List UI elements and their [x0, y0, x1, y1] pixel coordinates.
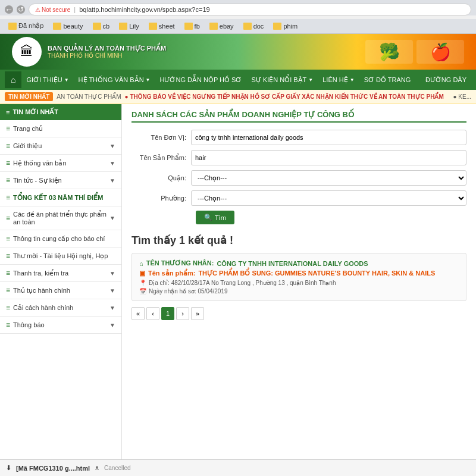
chevron-down-icon: ▼ [109, 287, 115, 294]
ticker-marquee: ● THÔNG BÁO VỀ VIỆC NGƯNG TIẾP NHẬN HỒ S… [125, 93, 444, 100]
nav-lien-he[interactable]: LIÊN HỆ ▼ [318, 73, 359, 87]
folder-icon [184, 23, 193, 30]
home-icon: ⌂ [11, 75, 15, 84]
calendar-icon: 📅 [139, 288, 146, 295]
folder-icon [149, 23, 157, 30]
chevron-down-icon: ▼ [308, 77, 313, 83]
don-vi-input[interactable] [191, 130, 466, 145]
bookmark-fb[interactable]: fb [181, 21, 203, 31]
sidebar-item-trang-chu[interactable]: ≡ Trang chủ [0, 120, 121, 137]
bookmark-lily[interactable]: Lily [115, 21, 143, 31]
main-content: DANH SÁCH CÁC SẢN PHẨM DOANH NGHIỆP TỰ C… [122, 104, 476, 476]
list-icon: ≡ [6, 252, 10, 260]
list-icon: ≡ [6, 159, 10, 167]
url-text: bqlattp.hochiminhcity.gov.vn/spcb.aspx?c… [79, 6, 209, 13]
nav-he-thong-van-ban[interactable]: HỆ THỐNG VĂN BẢN ▼ [74, 73, 155, 87]
chevron-down-icon: ▼ [109, 322, 115, 328]
pagination-prev[interactable]: ‹ [146, 307, 159, 320]
bookmark-da-nhap[interactable]: Đã nhập [5, 21, 47, 31]
banner-right: 🥦 🍎 [365, 40, 464, 64]
back-button[interactable]: ← [5, 5, 13, 14]
folder-icon [209, 23, 218, 30]
don-vi-row: Tên Đơn Vị: [131, 130, 466, 145]
nav-su-kien[interactable]: SỰ KIỆN NỔI BẬT ▼ [246, 73, 318, 87]
list-icon: ≡ [6, 214, 10, 223]
list-icon: ≡ [6, 269, 10, 277]
ticker-more: ● KE... [453, 93, 472, 100]
address-bar[interactable]: ⚠ Not secure | bqlattp.hochiminhcity.gov… [29, 4, 471, 15]
list-icon: ≡ [6, 176, 10, 184]
results-count: Tìm thấy 1 kết quả ! [131, 234, 466, 247]
site-title: BAN QUẢN LÝ AN TOÀN THỰC PHẨM THÀNH PHỐ … [48, 45, 166, 59]
nav-gioi-thieu[interactable]: GIỚI THIỆU ▼ [21, 73, 73, 87]
sidebar-item-cai-cach[interactable]: ≡ Cải cách hành chính ▼ [0, 299, 121, 317]
expand-icon: ∧ [95, 464, 99, 472]
nav-so-do-trang[interactable]: SƠ ĐỒ TRANG [359, 73, 416, 87]
main-navigation: ⌂ GIỚI THIỆU ▼ HỆ THỐNG VĂN BẢN ▼ HƯỚNG … [0, 70, 476, 90]
pagination-current[interactable]: 1 [161, 307, 174, 320]
sidebar-item-tin-tuc[interactable]: ≡ Tin tức - Sự kiện ▼ [0, 172, 121, 189]
bookmark-cb[interactable]: cb [89, 21, 114, 31]
result-item: ⌂ TÊN THƯƠNG NHÂN: CÔNG TY TNHH INTERNAT… [131, 253, 466, 301]
sidebar-item-he-thong-van-ban[interactable]: ≡ Hệ thống văn bản ▼ [0, 155, 121, 172]
download-filename: [Mã FMCG1310 g....html [16, 465, 90, 472]
separator: | [74, 6, 76, 13]
sidebar-item-gioi-thieu[interactable]: ≡ Giới thiệu ▼ [0, 137, 121, 155]
ticker-label: TIN MỚI NHẤT [5, 92, 53, 101]
list-icon: ≡ [6, 124, 10, 133]
quan-row: Quận: ---Chọn--- [131, 170, 466, 186]
san-pham-row: Tên Sản Phẩm: [131, 150, 466, 165]
sidebar-tin-moi-header: ≡ TIN MỚI NHẤT [0, 104, 121, 120]
bookmark-doc[interactable]: doc [240, 21, 268, 31]
chevron-down-icon: ▼ [109, 143, 115, 149]
sidebar-item-thong-bao[interactable]: ≡ Thông báo ▼ [0, 317, 121, 334]
ticker-section: AN TOÀN THỰC PHẨM [57, 93, 121, 100]
san-pham-label: Tên Sản Phẩm: [131, 154, 191, 162]
list-icon: ≡ [6, 321, 10, 329]
chevron-down-icon: ▼ [109, 177, 115, 184]
folder-icon [119, 23, 127, 30]
pagination: « ‹ 1 › » [131, 307, 466, 320]
bookmarks-bar: Đã nhập beauty cb Lily sheet fb ebay do [0, 19, 476, 34]
pagination-last[interactable]: » [191, 307, 204, 320]
list-icon: ≡ [6, 303, 10, 312]
folder-icon [243, 23, 252, 30]
bookmark-beauty[interactable]: beauty [49, 21, 86, 31]
download-bar: ⬇ [Mã FMCG1310 g....html ∧ Cancelled [0, 459, 476, 476]
chevron-down-icon: ▼ [146, 77, 151, 83]
chevron-down-icon: ▼ [109, 305, 115, 311]
quan-select[interactable]: ---Chọn--- [191, 170, 466, 186]
chevron-down-icon: ▼ [109, 215, 115, 221]
nav-home-button[interactable]: ⌂ [5, 71, 21, 88]
sidebar-item-thu-moi[interactable]: ≡ Thư mời - Tài liệu Hội nghị, Họp [0, 248, 121, 265]
bookmark-phim[interactable]: phim [270, 21, 301, 31]
chevron-down-icon: ▼ [350, 77, 355, 83]
pagination-next[interactable]: › [176, 307, 189, 320]
sidebar-item-thu-tuc[interactable]: ≡ Thủ tục hành chính ▼ [0, 282, 121, 299]
warning-icon: ⚠ [35, 7, 40, 13]
bookmark-ebay[interactable]: ebay [206, 21, 237, 31]
sidebar-item-thong-tin-bao-chi[interactable]: ≡ Thông tin cung cấp cho báo chí [0, 230, 121, 248]
nav-huong-dan[interactable]: HƯỚNG DẪN NỘP HỒ SƠ [155, 73, 247, 87]
san-pham-input[interactable] [191, 150, 466, 165]
pagination-first[interactable]: « [131, 307, 145, 320]
sidebar: ≡ TIN MỚI NHẤT ≡ Trang chủ ≡ Giới thiệu … [0, 104, 122, 476]
download-status: Cancelled [104, 465, 130, 471]
list-icon: ≡ [6, 286, 10, 295]
search-button[interactable]: 🔍 Tìm [196, 211, 234, 224]
nav-duong-day: ĐƯỜNG DÂY [421, 73, 471, 87]
result-company: ⌂ TÊN THƯƠNG NHÂN: CÔNG TY TNHH INTERNAT… [139, 259, 459, 267]
sidebar-item-thanh-tra[interactable]: ≡ Thanh tra, kiểm tra ▼ [0, 265, 121, 282]
product-icon: ▣ [139, 270, 145, 277]
chevron-down-icon: ▼ [109, 160, 115, 167]
list-icon: ≡ [6, 234, 10, 243]
sidebar-item-tong-ket[interactable]: ≡ TỔNG KẾT 03 NĂM THÍ ĐIỂM [0, 189, 121, 206]
bookmark-sheet[interactable]: sheet [145, 21, 178, 31]
result-address: 📍 Địa chỉ: 482/10/28/17A No Trang Long ,… [139, 280, 459, 286]
phuong-select[interactable]: ---Chọn--- [191, 190, 466, 206]
sidebar-item-de-an[interactable]: ≡ Các đề án phát triển thực phẩm an toàn… [0, 206, 121, 230]
refresh-button[interactable]: ↺ [17, 5, 25, 14]
pin-icon: 📍 [139, 280, 146, 286]
result-product: ▣ Tên sản phẩm: THỰC PHẨM BỔ SUNG: GUMMI… [139, 270, 459, 277]
folder-icon [53, 23, 61, 30]
